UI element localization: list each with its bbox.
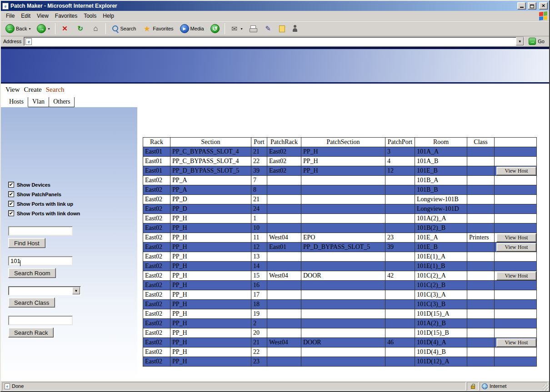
cell-patchsection — [301, 262, 385, 271]
cell-patchsection — [301, 347, 385, 357]
col-section: Section — [170, 138, 251, 147]
find-host-input[interactable] — [8, 226, 73, 236]
print-button[interactable] — [246, 22, 260, 35]
cell-patchrack — [267, 185, 301, 195]
cell-patchsection: PP_D_BYPASS_SLOT_5 — [301, 243, 385, 252]
cell-class — [467, 214, 495, 223]
menu-view[interactable]: View — [34, 11, 52, 20]
search-room-button[interactable]: Search Room — [8, 268, 56, 278]
cell-patchsection — [301, 185, 385, 195]
view-host-button[interactable]: View Host — [496, 167, 536, 175]
results-area: RackSectionPortPatchRackPatchSectionPatc… — [137, 107, 549, 381]
checkbox[interactable]: ✔ — [8, 210, 14, 216]
checkbox-row[interactable]: ✔Show Devices — [8, 180, 137, 189]
search-room-input[interactable] — [8, 256, 73, 266]
cell-port: 22 — [251, 347, 267, 357]
checkbox-label: Show Ports with link down — [17, 211, 80, 216]
menu-help[interactable]: Help — [100, 11, 117, 20]
table-row: East01PP_C_BYPASS_SLOT_422East02PP_H4101… — [143, 157, 537, 166]
back-button[interactable]: Back▾ — [3, 22, 33, 35]
maximize-button[interactable] — [528, 2, 536, 10]
search-button[interactable]: Search — [108, 22, 139, 35]
chevron-down-icon[interactable]: ▼ — [72, 287, 80, 294]
cell-rack: East02 — [143, 262, 170, 271]
minimize-button[interactable] — [517, 2, 526, 10]
cell-rack: East02 — [143, 319, 170, 328]
cell-section: PP_H — [170, 347, 251, 357]
checkbox[interactable]: ✔ — [8, 182, 14, 188]
cell-rack: East02 — [143, 290, 170, 300]
checkbox-row[interactable]: ✔Show PatchPanels — [8, 189, 137, 199]
view-host-button[interactable]: View Host — [496, 272, 536, 280]
cell-port: 2 — [251, 319, 267, 328]
tab-row: HostsVlanOthers — [1, 95, 549, 107]
close-button[interactable]: ✕ — [539, 2, 548, 10]
find-host-button[interactable]: Find Host — [8, 238, 45, 248]
nav-create[interactable]: Create — [24, 86, 42, 94]
nav-search[interactable]: Search — [46, 86, 65, 94]
favorites-button[interactable]: Favorites — [140, 22, 176, 35]
cell-rack: East02 — [143, 338, 170, 347]
media-button[interactable]: Media — [177, 22, 207, 35]
home-button[interactable] — [89, 22, 103, 35]
forward-button[interactable]: ▾ — [34, 22, 52, 35]
address-field[interactable]: e ▼ — [24, 37, 524, 46]
nav-view[interactable]: View — [5, 86, 20, 94]
address-dropdown-button[interactable]: ▼ — [516, 37, 524, 45]
cell-actions — [495, 328, 537, 338]
checkbox[interactable]: ✔ — [8, 191, 14, 197]
cell-actions: View Host — [495, 243, 537, 252]
cell-port: 8 — [251, 185, 267, 195]
col-patchport: PatchPort — [385, 138, 415, 147]
resize-grip[interactable] — [543, 385, 549, 391]
class-select[interactable]: ▼ — [8, 286, 81, 295]
view-host-button[interactable]: View Host — [496, 233, 536, 242]
checkbox-row[interactable]: ✔Show Ports with link down — [8, 208, 137, 218]
chevron-down-icon[interactable]: ▾ — [29, 27, 30, 31]
cell-section: PP_H — [170, 262, 251, 271]
mail-button[interactable]: ▾ — [227, 22, 245, 35]
col-patchsection: PatchSection — [301, 138, 385, 147]
menu-edit[interactable]: Edit — [18, 11, 34, 20]
notes-button[interactable] — [276, 22, 288, 35]
search-class-button[interactable]: Search Class — [8, 298, 55, 308]
cell-room: 101D(15)_B — [415, 328, 467, 338]
col-port: Port — [251, 138, 267, 147]
title-bar: e Patch Maker - Microsoft Internet Explo… — [1, 1, 549, 11]
view-host-button[interactable]: View Host — [496, 338, 536, 347]
tab-others[interactable]: Others — [49, 97, 75, 107]
cell-patchsection: DOOR — [301, 338, 385, 347]
messenger-button[interactable] — [289, 22, 301, 35]
chevron-down-icon[interactable]: ▾ — [48, 27, 50, 31]
cell-room: 101E_B — [415, 243, 467, 252]
toolbar-separator — [225, 23, 225, 34]
table-row: East02PP_H2101A(2)_B — [143, 319, 537, 328]
edit-icon — [264, 24, 273, 33]
cell-section: PP_A — [170, 176, 251, 185]
cell-port: 39 — [251, 166, 267, 176]
checkbox-row[interactable]: ✔Show Ports with link up — [8, 199, 137, 208]
address-input[interactable] — [33, 38, 515, 45]
go-label: Go — [538, 39, 545, 44]
go-button[interactable]: Go — [526, 38, 547, 45]
search-rack-input[interactable] — [8, 316, 73, 325]
stop-button[interactable] — [58, 22, 72, 35]
lock-icon — [471, 386, 475, 389]
status-lock-pane — [467, 382, 479, 391]
edit-button[interactable] — [261, 22, 275, 35]
cell-class — [467, 300, 495, 309]
refresh-button[interactable] — [73, 22, 88, 35]
view-host-button[interactable]: View Host — [496, 243, 536, 252]
history-button[interactable] — [208, 22, 222, 35]
tab-hosts[interactable]: Hosts — [5, 97, 28, 107]
cell-class — [467, 338, 495, 347]
tab-vlan[interactable]: Vlan — [28, 97, 49, 107]
chevron-down-icon[interactable]: ▾ — [241, 27, 243, 31]
home-icon — [91, 24, 100, 33]
checkbox[interactable]: ✔ — [8, 201, 14, 207]
table-row: East02PP_H16101C(2)_B — [143, 281, 537, 290]
menu-tools[interactable]: Tools — [80, 11, 100, 20]
menu-file[interactable]: File — [3, 11, 18, 20]
menu-favorites[interactable]: Favorites — [52, 11, 80, 20]
search-rack-button[interactable]: Search Rack — [8, 327, 54, 337]
